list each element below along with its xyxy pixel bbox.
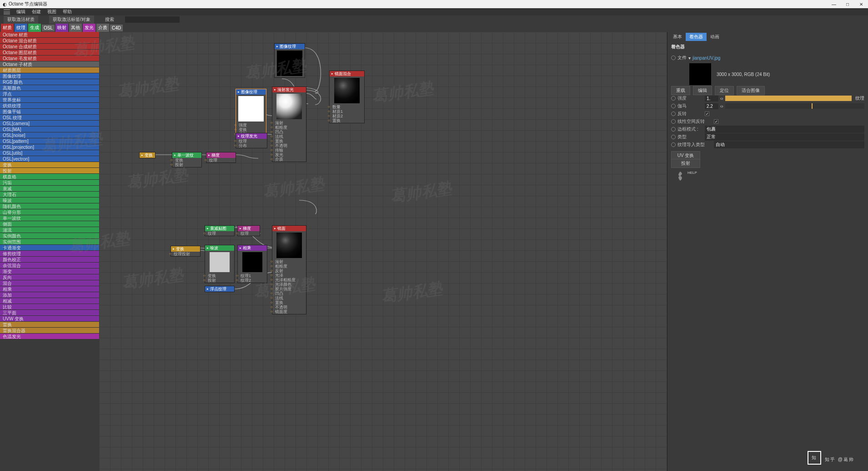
node-port[interactable]: 胶片强度 [272, 287, 306, 291]
node-header[interactable]: 梯度 [238, 226, 260, 231]
intensity-value[interactable]: 1. [705, 96, 718, 101]
sidebar-item[interactable]: OSL 纹理 [0, 115, 99, 121]
sidebar-item[interactable]: 修剪纹理 [0, 251, 99, 257]
node-canvas[interactable]: 图像纹理 图像纹理 强度 变换 投射 纹理发光 纹理 分布 变换 单一波纹 变换… [99, 32, 667, 471]
sidebar-item[interactable]: 投射 [0, 168, 99, 174]
gamma-slider[interactable] [725, 103, 864, 109]
sidebar-item[interactable]: 实例范围 [0, 239, 99, 245]
node-gradient[interactable]: 梯度 纹理 [206, 152, 236, 163]
radio-icon[interactable] [671, 104, 676, 108]
node-port[interactable]: 纹理 [238, 231, 260, 236]
node-port[interactable]: 光泽颜色 [272, 282, 306, 287]
menu-edit[interactable]: 编辑 [16, 9, 25, 15]
linear-checkbox[interactable] [714, 119, 718, 124]
stepper-icon[interactable]: ‹› [720, 104, 723, 109]
category-tab[interactable]: 其他 [69, 24, 82, 32]
node-port[interactable]: 介质 [272, 157, 306, 162]
node-texture-emission[interactable]: 纹理发光 纹理 分布 [236, 133, 267, 148]
node-header[interactable]: 镜面 [272, 226, 306, 231]
node-specular-mix[interactable]: 镜面混合 数量 材质1 材质2 置换 [329, 71, 365, 123]
category-tab[interactable]: 介质 [96, 24, 109, 32]
sidebar-item[interactable]: 三平面 [0, 310, 99, 316]
node-port[interactable]: 变换 [172, 158, 201, 162]
sidebar-item[interactable]: Octane 混合材质 [0, 38, 99, 44]
node-port[interactable]: 纹理2 [238, 278, 267, 283]
node-float-texture[interactable]: 浮点纹理 [205, 286, 235, 292]
node-port[interactable]: 置换 [272, 300, 306, 305]
sidebar-item[interactable]: 余弦混合 [0, 263, 99, 268]
category-tab[interactable]: 材质 [1, 24, 14, 32]
stepper-icon[interactable]: ‹› [720, 96, 723, 101]
menu-icon[interactable] [4, 10, 10, 14]
sidebar-item[interactable]: 图像平铺 [0, 109, 99, 115]
category-tab[interactable]: OSL [42, 25, 55, 31]
projection-button[interactable]: 投射 [671, 159, 700, 168]
radio-icon[interactable] [671, 127, 676, 132]
dropdown-icon[interactable]: ▾ [688, 56, 691, 61]
sidebar-item[interactable]: 山脊分形 [0, 209, 99, 215]
sidebar-item[interactable]: 高斯颜色 [0, 85, 99, 91]
file-name[interactable]: jianpanUV.jpg [692, 56, 720, 61]
node-port[interactable]: 光泽粗糙度 [272, 278, 306, 282]
node-port[interactable]: 法线 [272, 296, 306, 300]
sidebar-item[interactable]: Octane 材质 [0, 32, 99, 38]
sidebar-item[interactable]: RGB 颜色 [0, 79, 99, 85]
sidebar-item[interactable]: 相乘 [0, 286, 99, 292]
node-falloff[interactable]: 衰减贴图 纹理 [205, 225, 235, 236]
menu-help[interactable]: 帮助 [63, 9, 72, 15]
sidebar-item[interactable]: 材质图层 [0, 67, 99, 73]
node-port[interactable]: 传输 [272, 148, 306, 152]
node-port[interactable]: 投射 [205, 278, 234, 283]
sidebar-item[interactable]: 混合 [0, 280, 99, 286]
menu-view[interactable]: 视图 [47, 9, 56, 15]
radio-icon[interactable] [671, 142, 676, 147]
sidebar-item[interactable]: OSL[noise] [0, 132, 99, 138]
node-port[interactable]: 凹凸 [272, 291, 306, 296]
node-port[interactable]: 发光 [272, 152, 306, 157]
node-diffuse-emission[interactable]: 漫射发光 漫射 粗糙度 凹凸 法线 置换 不透明 传输 发光 介质 [272, 86, 306, 162]
sidebar-item[interactable]: OSL[projection] [0, 144, 99, 150]
sidebar[interactable]: Octane 材质Octane 混合材质Octane 合成材质Octane 图层… [0, 32, 99, 471]
sidebar-item[interactable]: UVW 变换 [0, 316, 99, 322]
sidebar-item[interactable]: 添加 [0, 292, 99, 298]
minimize-button[interactable]: — [827, 0, 841, 8]
sidebar-item[interactable]: 色温发光 [0, 334, 99, 339]
sidebar-item[interactable]: 单一波纹 [0, 215, 99, 221]
sidebar-item[interactable]: Octane 子材质 [0, 61, 99, 67]
sidebar-item[interactable]: 颜色校正 [0, 257, 99, 263]
node-port[interactable]: 数量 [330, 105, 364, 109]
radio-icon[interactable] [671, 135, 676, 139]
sidebar-item[interactable]: 随机颜色 [0, 203, 99, 209]
sidebar-item[interactable]: 反向 [0, 274, 99, 280]
sidebar-item[interactable]: 衰减 [0, 186, 99, 192]
node-port[interactable]: 变换 [205, 273, 234, 278]
node-port[interactable]: 不透明 [272, 305, 306, 309]
node-port[interactable]: 纹理 [206, 158, 236, 162]
node-port[interactable]: 粗糙度 [272, 264, 306, 268]
node-port[interactable]: 纹理投射 [171, 252, 200, 256]
sidebar-item[interactable]: 变换 [0, 162, 99, 168]
node-image-texture-selected[interactable]: 图像纹理 强度 变换 投射 [236, 89, 266, 137]
tab-shader[interactable]: 着色器 [686, 33, 707, 41]
sidebar-item[interactable]: 图像纹理 [0, 73, 99, 79]
node-image-texture-top[interactable]: 图像纹理 [274, 43, 305, 78]
sidebar-item[interactable]: OSL[pattern] [0, 138, 99, 144]
sidebar-item[interactable]: Octane 合成材质 [0, 44, 99, 50]
close-button[interactable]: ✕ [854, 0, 868, 8]
intensity-slider[interactable] [725, 96, 852, 101]
node-port[interactable]: 变换 [236, 127, 266, 132]
node-port[interactable]: 反射 [272, 268, 306, 273]
node-header[interactable]: 噪波 [205, 245, 234, 251]
node-port[interactable]: 漫射 [272, 259, 306, 264]
node-port[interactable]: 材质2 [330, 114, 364, 118]
node-header[interactable]: 相乘 [238, 245, 267, 251]
type-value[interactable]: 正常 [705, 133, 864, 141]
node-port[interactable]: 纹理1 [238, 273, 267, 278]
sidebar-item[interactable]: Octane 图层材质 [0, 50, 99, 56]
reload-button[interactable]: 重载 [671, 86, 690, 95]
sidebar-item[interactable]: 相减 [0, 298, 99, 304]
file-radio[interactable] [671, 56, 676, 60]
category-tab[interactable]: 生成 [28, 24, 41, 32]
sidebar-item[interactable]: 置换 [0, 322, 99, 328]
edge-mode-value[interactable]: 包裹 [705, 126, 864, 133]
